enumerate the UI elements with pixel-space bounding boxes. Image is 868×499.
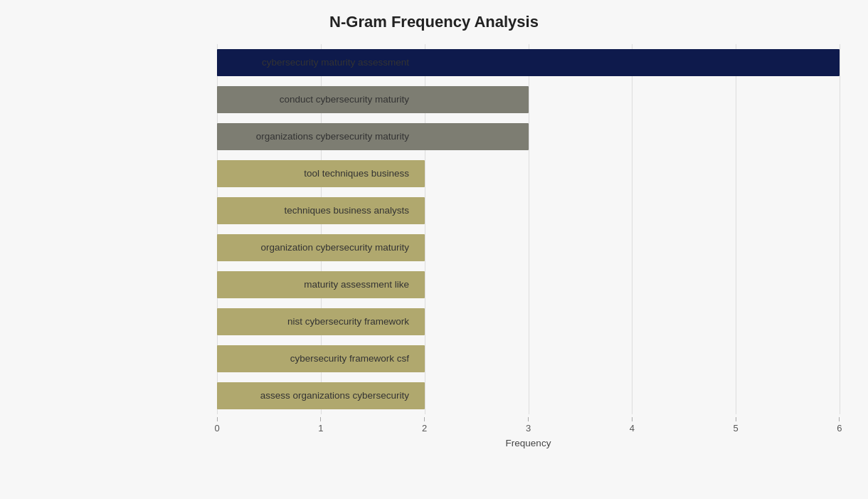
chart-container: cybersecurity maturity assessmentconduct… bbox=[14, 44, 854, 448]
x-tick-line bbox=[320, 417, 321, 421]
x-tick-label: 5 bbox=[734, 423, 739, 434]
bar-label: cybersecurity framework csf bbox=[217, 353, 416, 364]
bar-row: organizations cybersecurity maturity bbox=[217, 118, 840, 155]
bar-row: assess organizations cybersecurity bbox=[217, 377, 840, 414]
x-tick-label: 6 bbox=[837, 423, 842, 434]
bar-row: tool techniques business bbox=[217, 155, 840, 192]
bar-row: nist cybersecurity framework bbox=[217, 303, 840, 340]
x-tick-line bbox=[839, 417, 840, 421]
x-tick-line bbox=[528, 417, 529, 421]
x-axis: 0123456 bbox=[14, 417, 854, 434]
x-axis-label: Frequency bbox=[14, 438, 854, 448]
x-tick-label: 1 bbox=[318, 423, 323, 434]
x-tick-line bbox=[736, 417, 736, 421]
x-tick-line bbox=[424, 417, 425, 421]
x-tick-label: 3 bbox=[526, 423, 531, 434]
bar-label: organization cybersecurity maturity bbox=[217, 242, 416, 253]
x-axis-inner: 0123456 bbox=[217, 417, 840, 434]
bar-label: techniques business analysts bbox=[217, 205, 416, 216]
x-tick-label: 0 bbox=[214, 423, 219, 434]
bar-label: nist cybersecurity framework bbox=[217, 316, 416, 327]
bar-row: organization cybersecurity maturity bbox=[217, 229, 840, 266]
bar-label: assess organizations cybersecurity bbox=[217, 390, 416, 401]
x-tick-label: 2 bbox=[422, 423, 427, 434]
x-tick-line bbox=[632, 417, 633, 421]
bar-row: conduct cybersecurity maturity bbox=[217, 81, 840, 118]
bar-label: maturity assessment like bbox=[217, 279, 416, 290]
bar-row: cybersecurity framework csf bbox=[217, 340, 840, 377]
bar-label: conduct cybersecurity maturity bbox=[217, 94, 416, 105]
bar-row: maturity assessment like bbox=[217, 266, 840, 303]
bar-row: techniques business analysts bbox=[217, 192, 840, 229]
bar-label: cybersecurity maturity assessment bbox=[217, 57, 416, 68]
chart-title: N-Gram Frequency Analysis bbox=[14, 13, 854, 31]
bar-label: organizations cybersecurity maturity bbox=[217, 131, 416, 142]
x-tick-line bbox=[217, 417, 218, 421]
chart-area: cybersecurity maturity assessmentconduct… bbox=[14, 44, 854, 414]
x-tick-label: 4 bbox=[630, 423, 635, 434]
bar-label: tool techniques business bbox=[217, 168, 416, 179]
bar-row: cybersecurity maturity assessment bbox=[217, 44, 840, 81]
grid-line bbox=[840, 44, 840, 414]
